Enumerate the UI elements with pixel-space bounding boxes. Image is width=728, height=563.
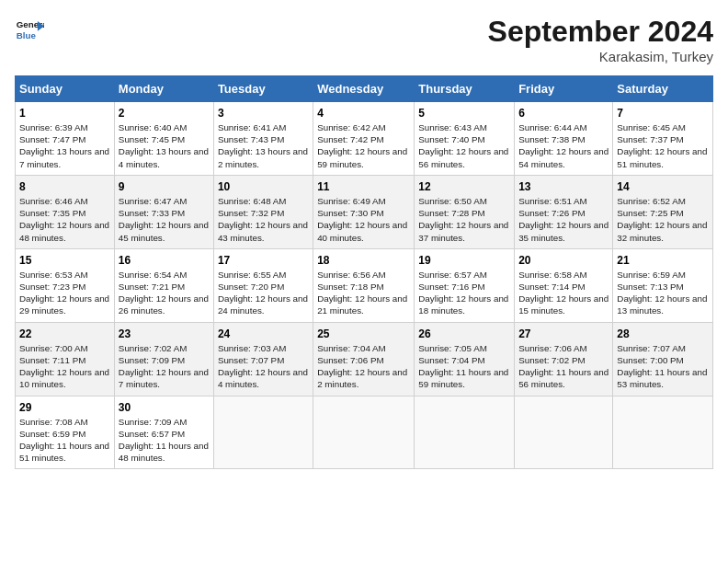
day-number: 27 <box>518 327 609 340</box>
calendar-cell: 6Sunrise: 6:44 AMSunset: 7:38 PMDaylight… <box>515 102 613 176</box>
cell-info: Sunrise: 6:48 AMSunset: 7:32 PMDaylight:… <box>218 195 309 244</box>
calendar-cell: 21Sunrise: 6:59 AMSunset: 7:13 PMDayligh… <box>613 248 713 322</box>
cell-info: Sunrise: 6:46 AMSunset: 7:35 PMDaylight:… <box>19 195 110 244</box>
cell-info: Sunrise: 7:02 AMSunset: 7:09 PMDaylight:… <box>119 342 210 391</box>
day-number: 22 <box>19 327 110 340</box>
calendar-cell <box>515 396 613 469</box>
svg-text:Blue: Blue <box>17 30 37 40</box>
calendar-cell: 29Sunrise: 7:08 AMSunset: 6:59 PMDayligh… <box>16 396 115 469</box>
cell-info: Sunrise: 6:58 AMSunset: 7:14 PMDaylight:… <box>518 269 609 317</box>
calendar-cell: 11Sunrise: 6:49 AMSunset: 7:30 PMDayligh… <box>313 175 415 248</box>
cell-info: Sunrise: 6:51 AMSunset: 7:26 PMDaylight:… <box>518 195 609 244</box>
day-number: 23 <box>119 327 210 340</box>
day-number: 11 <box>317 180 410 193</box>
weekday-header: Friday <box>515 76 613 102</box>
calendar-week-row: 29Sunrise: 7:08 AMSunset: 6:59 PMDayligh… <box>16 396 713 469</box>
cell-info: Sunrise: 7:08 AMSunset: 6:59 PMDaylight:… <box>19 416 110 465</box>
day-number: 30 <box>119 401 210 414</box>
calendar-cell: 17Sunrise: 6:55 AMSunset: 7:20 PMDayligh… <box>213 248 313 322</box>
calendar-cell: 2Sunrise: 6:40 AMSunset: 7:45 PMDaylight… <box>114 102 213 176</box>
weekday-header: Monday <box>114 76 213 102</box>
calendar-cell <box>213 396 313 469</box>
calendar-table: SundayMondayTuesdayWednesdayThursdayFrid… <box>15 75 713 469</box>
day-number: 2 <box>119 107 210 120</box>
calendar-cell <box>313 396 415 469</box>
day-number: 4 <box>317 107 410 120</box>
calendar-cell: 18Sunrise: 6:56 AMSunset: 7:18 PMDayligh… <box>313 248 415 322</box>
day-number: 9 <box>119 180 210 193</box>
day-number: 25 <box>317 327 410 340</box>
day-number: 14 <box>617 180 709 193</box>
cell-info: Sunrise: 7:06 AMSunset: 7:02 PMDaylight:… <box>518 342 609 391</box>
weekday-header: Sunday <box>16 76 115 102</box>
cell-info: Sunrise: 6:50 AMSunset: 7:28 PMDaylight:… <box>418 195 510 244</box>
cell-info: Sunrise: 6:55 AMSunset: 7:20 PMDaylight:… <box>218 269 309 317</box>
day-number: 13 <box>518 180 609 193</box>
cell-info: Sunrise: 7:05 AMSunset: 7:04 PMDaylight:… <box>418 342 510 391</box>
day-number: 19 <box>418 254 510 267</box>
day-number: 1 <box>19 107 110 120</box>
calendar-cell: 3Sunrise: 6:41 AMSunset: 7:43 PMDaylight… <box>213 102 313 176</box>
cell-info: Sunrise: 6:59 AMSunset: 7:13 PMDaylight:… <box>617 269 709 317</box>
day-number: 24 <box>218 327 309 340</box>
day-number: 8 <box>19 180 110 193</box>
cell-info: Sunrise: 7:09 AMSunset: 6:57 PMDaylight:… <box>119 416 210 465</box>
calendar-cell: 1Sunrise: 6:39 AMSunset: 7:47 PMDaylight… <box>16 102 115 176</box>
day-number: 12 <box>418 180 510 193</box>
logo-icon: General Blue <box>15 15 44 44</box>
logo: General Blue <box>15 15 44 44</box>
cell-info: Sunrise: 6:42 AMSunset: 7:42 PMDaylight:… <box>317 121 410 170</box>
calendar-cell: 8Sunrise: 6:46 AMSunset: 7:35 PMDaylight… <box>16 175 115 248</box>
calendar-cell: 7Sunrise: 6:45 AMSunset: 7:37 PMDaylight… <box>613 102 713 176</box>
cell-info: Sunrise: 7:03 AMSunset: 7:07 PMDaylight:… <box>218 342 309 391</box>
calendar-cell: 13Sunrise: 6:51 AMSunset: 7:26 PMDayligh… <box>515 175 613 248</box>
cell-info: Sunrise: 6:45 AMSunset: 7:37 PMDaylight:… <box>617 121 709 170</box>
calendar-cell <box>415 396 515 469</box>
cell-info: Sunrise: 6:43 AMSunset: 7:40 PMDaylight:… <box>418 121 510 170</box>
cell-info: Sunrise: 6:44 AMSunset: 7:38 PMDaylight:… <box>518 121 609 170</box>
cell-info: Sunrise: 6:41 AMSunset: 7:43 PMDaylight:… <box>218 121 309 170</box>
month-title: September 2024 <box>488 15 713 49</box>
weekday-header: Tuesday <box>213 76 313 102</box>
cell-info: Sunrise: 6:53 AMSunset: 7:23 PMDaylight:… <box>19 269 110 317</box>
day-number: 7 <box>617 107 709 120</box>
calendar-cell: 22Sunrise: 7:00 AMSunset: 7:11 PMDayligh… <box>16 322 115 396</box>
day-number: 18 <box>317 254 410 267</box>
calendar-week-row: 15Sunrise: 6:53 AMSunset: 7:23 PMDayligh… <box>16 248 713 322</box>
calendar-cell: 26Sunrise: 7:05 AMSunset: 7:04 PMDayligh… <box>415 322 515 396</box>
weekday-header: Thursday <box>415 76 515 102</box>
calendar-cell: 15Sunrise: 6:53 AMSunset: 7:23 PMDayligh… <box>16 248 115 322</box>
calendar-cell: 14Sunrise: 6:52 AMSunset: 7:25 PMDayligh… <box>613 175 713 248</box>
calendar-cell: 23Sunrise: 7:02 AMSunset: 7:09 PMDayligh… <box>114 322 213 396</box>
calendar-cell: 16Sunrise: 6:54 AMSunset: 7:21 PMDayligh… <box>114 248 213 322</box>
calendar-cell: 30Sunrise: 7:09 AMSunset: 6:57 PMDayligh… <box>114 396 213 469</box>
calendar-cell: 28Sunrise: 7:07 AMSunset: 7:00 PMDayligh… <box>613 322 713 396</box>
day-number: 5 <box>418 107 510 120</box>
cell-info: Sunrise: 7:07 AMSunset: 7:00 PMDaylight:… <box>617 342 709 391</box>
calendar-week-row: 8Sunrise: 6:46 AMSunset: 7:35 PMDaylight… <box>16 175 713 248</box>
cell-info: Sunrise: 6:40 AMSunset: 7:45 PMDaylight:… <box>119 121 210 170</box>
calendar-cell: 12Sunrise: 6:50 AMSunset: 7:28 PMDayligh… <box>415 175 515 248</box>
day-number: 28 <box>617 327 709 340</box>
day-number: 15 <box>19 254 110 267</box>
cell-info: Sunrise: 6:54 AMSunset: 7:21 PMDaylight:… <box>119 269 210 317</box>
weekday-header: Saturday <box>613 76 713 102</box>
cell-info: Sunrise: 6:49 AMSunset: 7:30 PMDaylight:… <box>317 195 410 244</box>
day-number: 26 <box>418 327 510 340</box>
calendar-cell: 4Sunrise: 6:42 AMSunset: 7:42 PMDaylight… <box>313 102 415 176</box>
location-subtitle: Karakasim, Turkey <box>488 49 713 64</box>
calendar-cell <box>613 396 713 469</box>
cell-info: Sunrise: 6:57 AMSunset: 7:16 PMDaylight:… <box>418 269 510 317</box>
cell-info: Sunrise: 6:39 AMSunset: 7:47 PMDaylight:… <box>19 121 110 170</box>
cell-info: Sunrise: 7:04 AMSunset: 7:06 PMDaylight:… <box>317 342 410 391</box>
calendar-week-row: 22Sunrise: 7:00 AMSunset: 7:11 PMDayligh… <box>16 322 713 396</box>
cell-info: Sunrise: 6:52 AMSunset: 7:25 PMDaylight:… <box>617 195 709 244</box>
title-area: September 2024 Karakasim, Turkey <box>488 15 713 64</box>
day-number: 6 <box>518 107 609 120</box>
day-number: 20 <box>518 254 609 267</box>
cell-info: Sunrise: 6:56 AMSunset: 7:18 PMDaylight:… <box>317 269 410 317</box>
calendar-cell: 24Sunrise: 7:03 AMSunset: 7:07 PMDayligh… <box>213 322 313 396</box>
cell-info: Sunrise: 7:00 AMSunset: 7:11 PMDaylight:… <box>19 342 110 391</box>
calendar-header-row: SundayMondayTuesdayWednesdayThursdayFrid… <box>16 76 713 102</box>
day-number: 10 <box>218 180 309 193</box>
